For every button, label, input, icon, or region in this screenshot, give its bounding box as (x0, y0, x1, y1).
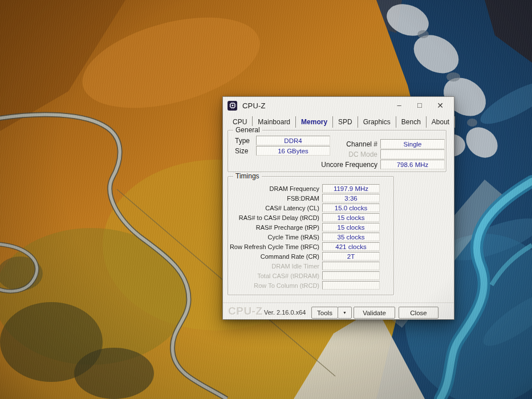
timing-row-row-to-column: Row To Column (tRCD) (228, 280, 393, 290)
dc-mode-label: DC Mode (309, 150, 377, 158)
ras-to-cas-delay-field[interactable]: 15 clocks (322, 213, 380, 222)
minimize-button[interactable]: – (389, 99, 409, 112)
timing-row-ras-to-cas: RAS# to CAS# Delay (tRCD) 15 clocks (228, 213, 393, 222)
validate-button[interactable]: Validate (354, 307, 395, 319)
cycle-time-field[interactable]: 35 clocks (322, 233, 380, 241)
timing-row-dram-idle-timer: DRAM Idle Timer (228, 261, 393, 271)
dram-idle-timer-field (322, 262, 380, 270)
dc-mode-field (380, 149, 445, 159)
version-text: Ver. 2.16.0.x64 (264, 309, 306, 316)
close-button[interactable]: Close (399, 307, 438, 319)
tab-graphics[interactable]: Graphics (358, 116, 396, 128)
channel-field[interactable]: Single (380, 139, 445, 149)
general-legend: General (233, 126, 262, 134)
timing-row-fsb-dram: FSB:DRAM 3:36 (228, 193, 393, 203)
close-icon[interactable]: ✕ (430, 99, 450, 112)
cas-latency-field[interactable]: 15.0 clocks (322, 203, 380, 212)
tab-about[interactable]: About (427, 116, 455, 128)
timing-row-dram-frequency: DRAM Frequency 1197.9 MHz (228, 184, 393, 193)
timings-legend: Timings (233, 172, 262, 180)
ras-precharge-field[interactable]: 15 clocks (322, 223, 380, 231)
maximize-button[interactable]: □ (409, 99, 430, 112)
footer-divider (223, 303, 454, 303)
desktop: CPU-Z – □ ✕ CPU Mainboard Memory SPD Gra… (0, 0, 532, 399)
dram-frequency-field[interactable]: 1197.9 MHz (322, 184, 380, 193)
tools-dropdown-icon[interactable]: ▼ (338, 307, 352, 319)
total-cas-field (322, 271, 380, 280)
timing-row-cas-latency: CAS# Latency (CL) 15.0 clocks (228, 203, 393, 213)
type-label: Type (235, 137, 250, 145)
timing-row-total-cas: Total CAS# (tRDRAM) (228, 271, 393, 280)
titlebar: CPU-Z – □ ✕ (223, 97, 454, 114)
cpuz-watermark-logo: CPU-Z (228, 305, 263, 317)
row-to-column-field (322, 281, 380, 290)
cpuz-window: CPU-Z – □ ✕ CPU Mainboard Memory SPD Gra… (222, 96, 454, 320)
uncore-frequency-field[interactable]: 798.6 MHz (380, 160, 445, 169)
size-label: Size (235, 147, 248, 155)
window-controls: – □ ✕ (389, 99, 450, 112)
window-title: CPU-Z (242, 101, 266, 110)
uncore-frequency-label: Uncore Frequency (298, 161, 377, 169)
timings-group: Timings DRAM Frequency 1197.9 MHz FSB:DR… (228, 176, 394, 295)
tab-spd[interactable]: SPD (333, 116, 358, 128)
timing-row-ras-precharge: RAS# Precharge (tRP) 15 clocks (228, 222, 393, 232)
general-group: General Type DDR4 Size 16 GBytes Channel… (228, 130, 446, 172)
command-rate-field[interactable]: 2T (322, 252, 380, 260)
tab-bench[interactable]: Bench (396, 116, 427, 128)
fsb-dram-field[interactable]: 3:36 (322, 194, 380, 202)
timings-rows: DRAM Frequency 1197.9 MHz FSB:DRAM 3:36 … (228, 177, 393, 290)
timing-row-row-refresh-cycle: Row Refresh Cycle Time (tRFC) 421 clocks (228, 242, 393, 251)
tools-button[interactable]: Tools (311, 307, 338, 319)
row-refresh-cycle-field[interactable]: 421 clocks (322, 242, 380, 251)
cpuz-app-icon (228, 101, 237, 111)
timing-row-cycle-time: Cycle Time (tRAS) 35 clocks (228, 232, 393, 242)
tab-memory[interactable]: Memory (296, 116, 333, 128)
channel-label: Channel # (309, 140, 377, 148)
timing-row-command-rate: Command Rate (CR) 2T (228, 251, 393, 261)
